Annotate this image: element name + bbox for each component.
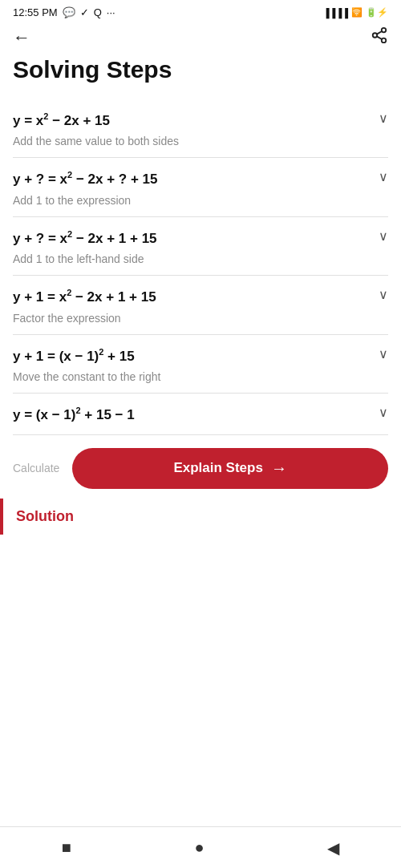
status-icon-check: ✓ — [80, 6, 89, 18]
wifi-icon: 🛜 — [351, 7, 363, 18]
step-5-chevron[interactable]: ∨ — [372, 346, 388, 361]
step-3-header: y + ? = x2 − 2x + 1 + 15 ∨ — [13, 228, 388, 248]
explain-steps-button[interactable]: Explain Steps → — [72, 448, 388, 489]
page-title: Solving Steps — [0, 56, 401, 99]
step-6-header: y = (x − 1)2 + 15 − 1 ∨ — [13, 405, 388, 424]
step-4-header: y + 1 = x2 − 2x + 1 + 15 ∨ — [13, 287, 388, 306]
status-icon-more: ··· — [107, 6, 115, 18]
explain-label: Calculate — [13, 462, 59, 474]
step-4-chevron[interactable]: ∨ — [372, 287, 388, 302]
share-button[interactable] — [371, 26, 388, 48]
nav-circle-button[interactable]: ● — [194, 838, 204, 857]
step-2-header: y + ? = x2 − 2x + ? + 15 ∨ — [13, 169, 388, 188]
nav-square-button[interactable]: ■ — [62, 838, 71, 857]
top-nav: ← — [0, 22, 401, 56]
explain-area: Calculate Explain Steps → — [0, 435, 401, 489]
step-1-chevron[interactable]: ∨ — [372, 111, 388, 126]
share-icon — [371, 26, 388, 44]
step-3-chevron[interactable]: ∨ — [372, 228, 388, 244]
status-bar: 12:55 PM 💬 ✓ Q ··· ▐▐▐▐ 🛜 🔋⚡ — [0, 0, 401, 22]
step-6-chevron[interactable]: ∨ — [372, 405, 388, 420]
svg-line-4 — [377, 31, 382, 34]
status-icon-search: Q — [94, 6, 102, 18]
svg-line-3 — [377, 36, 382, 39]
bottom-nav: ■ ● ◀ — [0, 826, 401, 868]
explain-btn-arrow: → — [271, 459, 287, 478]
step-1: y = x2 − 2x + 15 ∨ Add the same value to… — [13, 99, 388, 158]
signal-icon: ▐▐▐▐ — [323, 8, 348, 18]
step-2-description: Add 1 to the expression — [13, 194, 388, 207]
step-1-formula: y = x2 − 2x + 15 — [13, 111, 372, 130]
step-2: y + ? = x2 − 2x + ? + 15 ∨ Add 1 to the … — [13, 158, 388, 216]
solution-label: Solution — [16, 508, 74, 524]
step-6-formula: y = (x − 1)2 + 15 − 1 — [13, 405, 372, 424]
step-3-description: Add 1 to the left-hand side — [13, 252, 388, 265]
nav-triangle-button[interactable]: ◀ — [327, 838, 339, 858]
step-5-formula: y + 1 = (x − 1)2 + 15 — [13, 346, 372, 365]
status-time: 12:55 PM — [13, 6, 58, 18]
step-5: y + 1 = (x − 1)2 + 15 ∨ Move the constan… — [13, 335, 388, 394]
step-2-formula: y + ? = x2 − 2x + ? + 15 — [13, 169, 372, 188]
step-2-chevron[interactable]: ∨ — [372, 169, 388, 184]
step-5-header: y + 1 = (x − 1)2 + 15 ∨ — [13, 346, 388, 365]
step-5-description: Move the constant to the right — [13, 370, 388, 383]
step-6: y = (x − 1)2 + 15 − 1 ∨ — [13, 394, 388, 434]
solution-bar: Solution — [0, 499, 401, 535]
step-4-description: Factor the expression — [13, 312, 388, 325]
step-1-description: Add the same value to both sides — [13, 135, 388, 147]
step-4-formula: y + 1 = x2 − 2x + 1 + 15 — [13, 287, 372, 306]
step-3: y + ? = x2 − 2x + 1 + 15 ∨ Add 1 to the … — [13, 217, 388, 276]
back-button[interactable]: ← — [13, 29, 30, 46]
step-1-header: y = x2 − 2x + 15 ∨ — [13, 111, 388, 130]
steps-container: y = x2 − 2x + 15 ∨ Add the same value to… — [0, 99, 401, 435]
status-icon-msg: 💬 — [63, 6, 75, 18]
step-3-formula: y + ? = x2 − 2x + 1 + 15 — [13, 228, 372, 248]
step-4: y + 1 = x2 − 2x + 1 + 15 ∨ Factor the ex… — [13, 276, 388, 334]
battery-icon: 🔋⚡ — [366, 7, 388, 18]
explain-btn-label: Explain Steps — [173, 460, 262, 476]
